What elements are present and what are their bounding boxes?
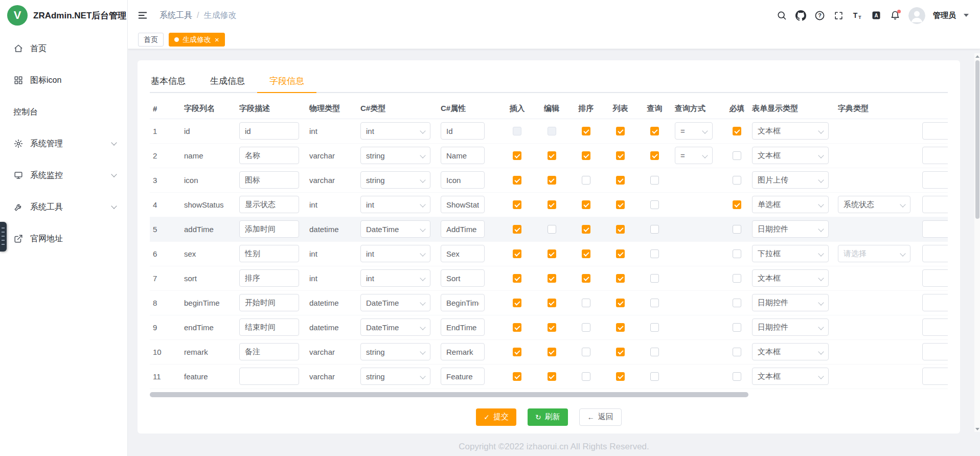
extra-input[interactable] — [922, 245, 948, 262]
required-checkbox[interactable] — [733, 151, 741, 160]
submit-button[interactable]: ✓ 提交 — [476, 408, 516, 426]
user-name[interactable]: 管理员 — [933, 11, 956, 20]
edit-checkbox[interactable] — [548, 225, 556, 234]
github-icon[interactable] — [795, 10, 806, 21]
edit-checkbox[interactable] — [548, 323, 556, 332]
tab-field-info[interactable]: 字段信息 — [257, 71, 316, 92]
display-type-select[interactable]: 日期控件 — [752, 220, 829, 238]
insert-checkbox[interactable] — [513, 127, 521, 135]
required-checkbox[interactable] — [733, 176, 741, 185]
extra-input[interactable] — [922, 368, 948, 385]
list-checkbox[interactable] — [616, 323, 625, 332]
back-button[interactable]: ← 返回 — [579, 408, 622, 426]
insert-checkbox[interactable] — [513, 348, 521, 356]
scroll-up-arrow[interactable] — [974, 53, 980, 59]
sort-checkbox[interactable] — [582, 323, 590, 332]
sidebar-item-icons[interactable]: 图标icon — [0, 64, 127, 96]
cs-type-select[interactable]: DateTime — [360, 318, 430, 336]
cs-type-select[interactable]: DateTime — [360, 294, 430, 311]
field-desc-input[interactable] — [239, 318, 299, 336]
query-checkbox[interactable] — [650, 372, 659, 381]
display-type-select[interactable]: 日期控件 — [752, 318, 829, 336]
sidebar-item-console[interactable]: 控制台 — [0, 96, 127, 128]
cs-property-input[interactable] — [441, 171, 485, 189]
required-checkbox[interactable] — [733, 127, 741, 135]
sort-checkbox[interactable] — [582, 274, 590, 283]
cs-type-select[interactable]: string — [360, 147, 430, 164]
extra-input[interactable] — [922, 196, 948, 213]
fullscreen-icon[interactable] — [833, 10, 844, 21]
required-checkbox[interactable] — [733, 323, 741, 332]
extra-input[interactable] — [922, 220, 948, 238]
cs-property-input[interactable] — [441, 245, 485, 262]
sidebar-item-system-monitor[interactable]: 系统监控 — [0, 159, 127, 191]
list-checkbox[interactable] — [616, 176, 625, 185]
breadcrumb-parent[interactable]: 系统工具 — [159, 10, 192, 21]
required-checkbox[interactable] — [733, 200, 741, 209]
cs-property-input[interactable] — [441, 294, 485, 311]
sidebar-item-official-site[interactable]: 官网地址 — [0, 223, 127, 255]
avatar[interactable] — [908, 7, 925, 24]
field-desc-input[interactable] — [239, 294, 299, 311]
search-icon[interactable] — [776, 10, 787, 21]
close-icon[interactable]: × — [215, 36, 219, 43]
cs-type-select[interactable]: string — [360, 171, 430, 189]
sort-checkbox[interactable] — [582, 151, 590, 160]
field-desc-input[interactable] — [239, 220, 299, 238]
query-checkbox[interactable] — [650, 225, 659, 234]
display-type-select[interactable]: 文本框 — [752, 343, 829, 360]
insert-checkbox[interactable] — [513, 200, 521, 209]
required-checkbox[interactable] — [733, 274, 741, 283]
list-checkbox[interactable] — [616, 127, 625, 135]
field-desc-input[interactable] — [239, 147, 299, 164]
vertical-scrollbar-thumb[interactable] — [975, 60, 979, 219]
edit-checkbox[interactable] — [548, 299, 556, 307]
insert-checkbox[interactable] — [513, 249, 521, 258]
cs-property-input[interactable] — [441, 122, 485, 140]
extra-input[interactable] — [922, 294, 948, 311]
cs-type-select[interactable]: int — [360, 196, 430, 213]
insert-checkbox[interactable] — [513, 274, 521, 283]
sidebar-item-system-tools[interactable]: 系统工具 — [0, 191, 127, 223]
sort-checkbox[interactable] — [582, 127, 590, 135]
cs-type-select[interactable]: string — [360, 368, 430, 385]
cs-property-input[interactable] — [441, 147, 485, 164]
list-checkbox[interactable] — [616, 348, 625, 356]
insert-checkbox[interactable] — [513, 323, 521, 332]
edit-checkbox[interactable] — [548, 151, 556, 160]
sidebar-toggle-icon[interactable] — [137, 10, 148, 21]
extra-input[interactable] — [922, 318, 948, 336]
app-logo[interactable]: V ZRAdmin.NET后台管理 — [0, 0, 127, 31]
sidebar-item-system-management[interactable]: 系统管理 — [0, 128, 127, 159]
extra-input[interactable] — [922, 343, 948, 360]
sort-checkbox[interactable] — [582, 176, 590, 185]
cs-type-select[interactable]: DateTime — [360, 220, 430, 238]
help-icon[interactable]: ? — [814, 10, 825, 21]
extra-input[interactable] — [922, 147, 948, 164]
field-desc-input[interactable] — [239, 269, 299, 287]
list-checkbox[interactable] — [616, 299, 625, 307]
settings-drawer-handle[interactable] — [0, 222, 7, 252]
field-desc-input[interactable] — [239, 368, 299, 385]
horizontal-scrollbar-thumb[interactable] — [150, 392, 748, 397]
required-checkbox[interactable] — [733, 249, 741, 258]
cs-property-input[interactable] — [441, 220, 485, 238]
sort-checkbox[interactable] — [582, 225, 590, 234]
tag-generate-edit[interactable]: 生成修改× — [169, 33, 225, 47]
query-checkbox[interactable] — [650, 127, 659, 135]
sidebar-item-home[interactable]: 首页 — [0, 33, 127, 64]
list-checkbox[interactable] — [616, 151, 625, 160]
field-desc-input[interactable] — [239, 245, 299, 262]
edit-checkbox[interactable] — [548, 127, 556, 135]
language-icon[interactable]: A — [871, 10, 882, 21]
query-checkbox[interactable] — [650, 348, 659, 356]
list-checkbox[interactable] — [616, 372, 625, 381]
cs-property-input[interactable] — [441, 269, 485, 287]
chevron-down-icon[interactable] — [964, 14, 969, 17]
display-type-select[interactable]: 下拉框 — [752, 245, 829, 262]
dict-type-select[interactable]: 请选择 — [838, 245, 910, 262]
cs-type-select[interactable]: string — [360, 343, 430, 360]
extra-input[interactable] — [922, 269, 948, 287]
list-checkbox[interactable] — [616, 274, 625, 283]
cs-type-select[interactable]: int — [360, 245, 430, 262]
